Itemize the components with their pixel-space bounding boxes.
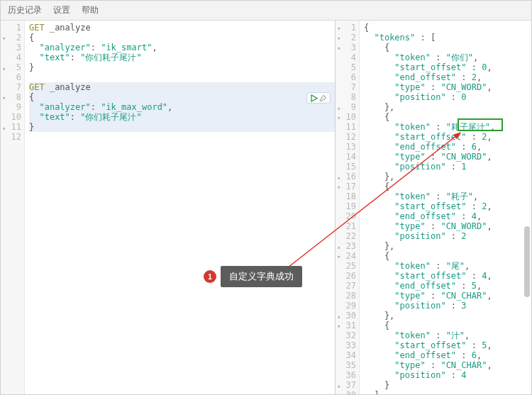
line-number: 10▾	[336, 112, 356, 122]
code-line: "analyzer": "ik_max_word",	[29, 102, 335, 112]
line-number: 8▾	[1, 92, 21, 102]
request-editor[interactable]: GET _analyze{ "analyzer": "ik_smart", "t…	[25, 21, 335, 394]
line-number: 7	[1, 82, 21, 92]
fold-icon[interactable]: ▾	[2, 33, 6, 43]
line-number: 24▾	[336, 251, 356, 261]
code-line: "token" : "耗子",	[364, 191, 531, 201]
line-number: 25	[336, 261, 356, 271]
code-line: "type" : "CN_CHAR",	[364, 291, 531, 301]
code-line: GET _analyze	[29, 82, 335, 92]
fold-icon[interactable]: ▴	[337, 391, 340, 395]
response-scrollbar[interactable]	[524, 226, 530, 297]
code-line: {	[364, 182, 531, 191]
request-run-tools	[306, 92, 331, 104]
code-line: "position" : 3	[364, 301, 531, 311]
code-line: "position" : 1	[364, 162, 531, 172]
line-number: 21	[336, 221, 356, 231]
line-number: 8	[336, 92, 356, 102]
code-line: "token" : "汁",	[364, 330, 531, 340]
code-line: ]	[364, 390, 531, 394]
response-editor-pane: 1▾2▾3▾456789▴10▾111213141516▴17▾18192021…	[336, 21, 531, 394]
fold-icon[interactable]: ▴	[337, 242, 340, 252]
code-line: },	[364, 172, 531, 182]
code-line: "start_offset" : 5,	[364, 340, 531, 350]
line-number: 38▴	[336, 390, 356, 395]
fold-icon[interactable]: ▾	[337, 33, 340, 43]
code-line: "type" : "CN_WORD",	[364, 221, 531, 231]
code-line: },	[364, 102, 531, 112]
line-number: 26	[336, 271, 356, 281]
line-number: 6	[1, 72, 21, 82]
code-line: "start_offset" : 0,	[364, 62, 531, 72]
line-number: 18	[336, 191, 356, 201]
code-line: "end_offset" : 4,	[364, 211, 531, 221]
fold-icon[interactable]: ▾	[337, 182, 340, 192]
run-query-icon[interactable]	[310, 94, 318, 102]
line-number: 17▾	[336, 182, 356, 191]
fold-icon[interactable]: ▾	[337, 252, 340, 262]
menu-help[interactable]: 帮助	[82, 4, 99, 16]
fold-icon[interactable]: ▴	[2, 123, 6, 133]
fold-icon[interactable]: ▴	[337, 381, 340, 391]
line-number: 14	[336, 152, 356, 162]
line-number: 9▴	[336, 102, 356, 112]
fold-icon[interactable]: ▴	[337, 311, 340, 321]
code-line: "start_offset" : 2,	[364, 201, 531, 211]
menubar: 历史记录 设置 帮助	[1, 1, 531, 21]
code-line: },	[364, 311, 531, 321]
fold-icon[interactable]: ▴	[337, 103, 340, 113]
code-line: {	[364, 251, 531, 261]
code-line: {	[364, 321, 531, 330]
code-line: {	[29, 33, 335, 43]
fold-icon[interactable]: ▴	[2, 63, 6, 73]
code-line: },	[364, 241, 531, 251]
line-number: 2▾	[336, 33, 356, 43]
fold-icon[interactable]: ▾	[2, 93, 6, 103]
line-number: 34	[336, 350, 356, 360]
code-line: "end_offset" : 2,	[364, 72, 531, 82]
code-line: GET _analyze	[29, 23, 335, 33]
annotation-badge: 1	[204, 270, 216, 283]
code-line: {	[364, 112, 531, 122]
code-line: }	[364, 380, 531, 390]
line-number: 12	[1, 132, 21, 142]
menu-settings[interactable]: 设置	[53, 4, 70, 16]
code-line: "type" : "CN_CHAR",	[364, 360, 531, 370]
line-number: 2▾	[1, 33, 21, 43]
wrench-icon[interactable]	[319, 94, 327, 102]
line-number: 32	[336, 330, 356, 340]
line-number: 31▾	[336, 321, 356, 330]
line-number: 5	[336, 62, 356, 72]
line-number: 22	[336, 231, 356, 241]
line-number: 5▴	[1, 62, 21, 72]
code-line: "start_offset" : 4,	[364, 271, 531, 281]
code-line	[29, 132, 335, 142]
request-editor-pane: 12▾345▴678▾91011▴12 GET _analyze{ "analy…	[1, 21, 336, 394]
line-number: 20	[336, 211, 356, 221]
code-line: }	[29, 122, 335, 132]
fold-icon[interactable]: ▾	[337, 23, 340, 33]
code-line: "token" : "耗子尾汁",	[364, 122, 531, 132]
fold-icon[interactable]: ▾	[337, 113, 340, 123]
line-number: 6	[336, 72, 356, 82]
code-line: {	[364, 23, 531, 33]
annotation-callout: 1 自定义字典成功	[204, 266, 302, 287]
line-number: 16▴	[336, 172, 356, 182]
menu-history[interactable]: 历史记录	[8, 4, 42, 16]
code-line: "start_offset" : 2,	[364, 132, 531, 142]
fold-icon[interactable]: ▾	[337, 321, 340, 331]
fold-icon[interactable]: ▴	[337, 172, 340, 182]
code-line: "text": "你们耗子尾汁"	[29, 112, 335, 122]
code-line: "position" : 2	[364, 231, 531, 241]
line-number: 33	[336, 340, 356, 350]
response-viewer[interactable]: { "tokens" : [ { "token" : "你们", "start_…	[360, 21, 531, 394]
line-number: 23▴	[336, 241, 356, 251]
line-number: 13	[336, 142, 356, 152]
line-number: 7	[336, 82, 356, 92]
line-number: 12	[336, 132, 356, 142]
line-number: 15	[336, 162, 356, 172]
code-line	[29, 72, 335, 82]
fold-icon[interactable]: ▾	[337, 43, 340, 53]
code-line: "text": "你们耗子尾汁"	[29, 52, 335, 62]
line-number: 19	[336, 201, 356, 211]
